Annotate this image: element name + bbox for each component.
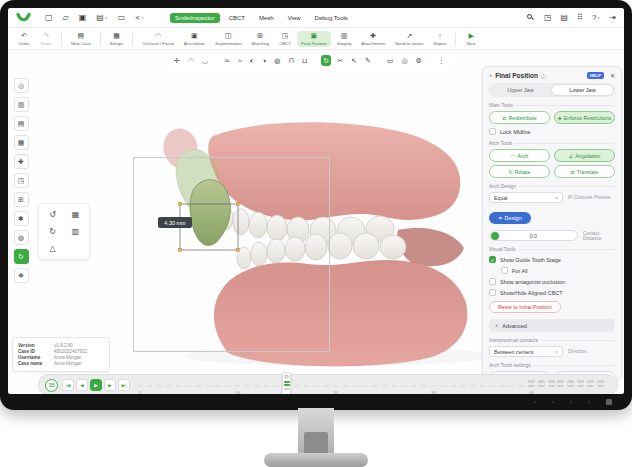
stage-tick[interactable]	[548, 380, 555, 389]
send-to-viewer-button[interactable]: ↗Send to viewer	[391, 31, 427, 47]
case-notes-icon[interactable]: ▤	[560, 14, 568, 22]
help-badge[interactable]: HELP	[587, 72, 604, 79]
undo-button[interactable]: ↶Undo	[14, 31, 34, 47]
export-button[interactable]: ↑Export	[430, 31, 450, 47]
lower-jaw-view-icon[interactable]: ◡	[200, 55, 210, 66]
stage-tick[interactable]	[156, 380, 163, 389]
occlusal-facial-button[interactable]: ◠Occlusal / Facial	[138, 31, 178, 47]
slider-knob[interactable]	[491, 232, 499, 240]
occlusogram-tool-icon[interactable]: ◍	[14, 230, 29, 245]
stage-tick[interactable]	[459, 380, 466, 389]
apps-grid-icon[interactable]: ⠿	[577, 14, 583, 22]
save-case-icon[interactable]: ▣	[79, 14, 87, 22]
stage-tick[interactable]	[303, 380, 310, 389]
enforce-restrictions-button[interactable]: ◈Enforce Restrictions	[554, 111, 615, 124]
rotate-button[interactable]: ↻Rotate	[489, 165, 550, 178]
articulation-button[interactable]: ▣Articulation	[180, 31, 209, 47]
open-case-icon[interactable]: ▱	[63, 14, 69, 22]
tab-upper-jaw[interactable]: Upper Jaw	[490, 84, 551, 96]
inspect-tool-icon[interactable]: ◎	[14, 78, 29, 93]
menu-smileinspector[interactable]: SmileInspector	[170, 13, 220, 23]
panel-collapse-icon[interactable]: ∧	[489, 73, 492, 78]
step-forward-button[interactable]: ▶	[104, 379, 116, 391]
stage-tick[interactable]	[195, 380, 202, 389]
show-antagonist-occlusion-checkbox[interactable]: Show antagonist occlusion	[489, 278, 615, 285]
stage-tick[interactable]	[587, 380, 594, 389]
tooth-root-icon[interactable]: △	[44, 244, 61, 253]
lock-midline-checkbox[interactable]: Lock Midline	[489, 128, 615, 135]
help-icon[interactable]: ?∨	[592, 14, 600, 22]
upper-occlusal-view-icon[interactable]: ⊓	[286, 55, 295, 66]
menu-cbct[interactable]: CBCT	[224, 13, 250, 23]
stage-tick[interactable]	[322, 380, 329, 389]
stage-tick[interactable]	[146, 380, 153, 389]
view-settings-icon[interactable]: ⚙	[414, 55, 424, 66]
smart-select-tool-icon[interactable]: ↖	[349, 55, 359, 66]
approve-icon[interactable]: ◎	[399, 55, 409, 66]
show-hide-aligned-cbct-checkbox[interactable]: Show/Hide Aligned CBCT	[489, 289, 615, 296]
tab-lower-jaw[interactable]: Lower Jaw	[551, 84, 614, 96]
left-lateral-view-icon[interactable]: ◐	[248, 55, 256, 66]
go-first-button[interactable]: |◀	[62, 379, 74, 391]
more-options-icon[interactable]: ⋮	[436, 55, 447, 66]
articulator-tool-icon[interactable]: ▥	[14, 97, 29, 112]
translate-button[interactable]: ⇄Translate	[554, 165, 615, 178]
ip-contacts-select[interactable]: Between centers ∨	[489, 346, 563, 357]
stage-tick[interactable]	[254, 380, 261, 389]
notes-tool-icon[interactable]: ▤	[14, 116, 29, 131]
stage-tick[interactable]	[391, 380, 398, 389]
stage-tick[interactable]	[342, 380, 349, 389]
stage-tick[interactable]	[499, 380, 506, 389]
stage-tick[interactable]	[597, 380, 604, 389]
pan-tool-icon[interactable]: ✛	[172, 55, 182, 66]
segmentation-button[interactable]: ◫Segmentation	[211, 31, 246, 47]
stage-tick[interactable]	[440, 380, 447, 389]
displays-icon[interactable]: ◳	[544, 14, 552, 22]
photo-match-tool-icon[interactable]: ◳	[14, 173, 29, 188]
exit-icon[interactable]: ⇥	[609, 14, 616, 22]
auto-align-tool-icon[interactable]: ↻	[14, 249, 29, 264]
stage-tick[interactable]	[214, 380, 221, 389]
advanced-section-header[interactable]: ∧ Advanced	[489, 319, 615, 332]
tooth-angulation-icon[interactable]: ↺	[44, 210, 61, 219]
attachments-button[interactable]: ✚Attachments	[357, 31, 389, 47]
stage-tick[interactable]	[567, 380, 574, 389]
stage-tick[interactable]	[234, 380, 241, 389]
cbct-button[interactable]: ◳CBCT	[275, 31, 295, 47]
stage-tick[interactable]	[420, 380, 427, 389]
guide-tooth-tool-icon[interactable]: ↻	[321, 55, 331, 66]
stage-tick[interactable]	[175, 380, 182, 389]
stage-tick[interactable]	[332, 380, 339, 389]
stage-tick[interactable]	[410, 380, 417, 389]
setups-button[interactable]: ▦Setups	[106, 31, 127, 47]
go-last-button[interactable]: ▶|	[118, 379, 130, 391]
stage-tick[interactable]	[528, 380, 535, 389]
for-all-checkbox[interactable]: For All	[501, 267, 615, 274]
stage-tick[interactable]	[361, 380, 368, 389]
mesh-cut-tool-icon[interactable]: ⊞	[14, 192, 29, 207]
redo-button[interactable]: ↷Redo	[36, 31, 56, 47]
stage-tick[interactable]	[401, 380, 408, 389]
open-bite-view-icon[interactable]: ≈	[236, 55, 244, 66]
menu-view[interactable]: View	[283, 13, 306, 23]
play-button[interactable]: ▶	[90, 379, 102, 391]
stage-tick[interactable]	[450, 380, 457, 389]
teeth-row-icon[interactable]: ▦	[67, 210, 84, 219]
stage-tick[interactable]	[518, 380, 525, 389]
final-position-button[interactable]: ▣Final Position	[297, 31, 331, 47]
teeth-chart-icon[interactable]: ▥	[67, 227, 84, 236]
matching-button[interactable]: ⊞Matching	[248, 31, 273, 47]
brush-tool-icon[interactable]: ✎	[363, 55, 373, 66]
show-guide-tooth-stage-checkbox[interactable]: ✓Show Guide Tooth Stage	[489, 256, 615, 263]
stage-tick[interactable]	[293, 380, 300, 389]
save-as-icon[interactable]: ▤∨	[96, 14, 108, 22]
search-icon[interactable]	[527, 14, 535, 22]
stage-tick[interactable]	[371, 380, 378, 389]
stage-tick[interactable]	[489, 380, 496, 389]
move-tool-icon[interactable]: ✚	[14, 154, 29, 169]
close-icon[interactable]: ✕	[610, 72, 615, 79]
tooth-torque-icon[interactable]: ↻	[44, 227, 61, 236]
design-button[interactable]: ✦ Design	[489, 212, 531, 224]
stage-tick[interactable]	[479, 380, 486, 389]
arch-button[interactable]: ◠Arch	[489, 149, 550, 162]
